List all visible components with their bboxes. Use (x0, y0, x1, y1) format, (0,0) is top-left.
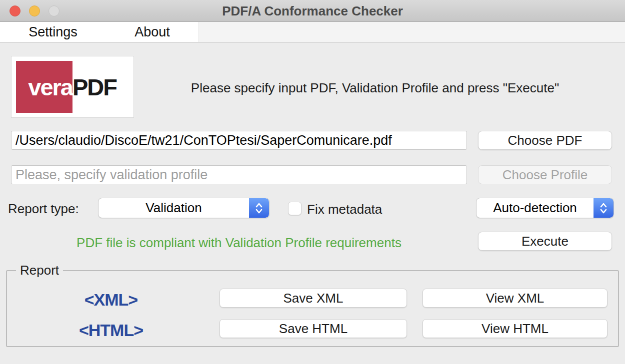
flavour-select[interactable]: Auto-detection (476, 198, 614, 218)
close-button[interactable] (10, 5, 20, 16)
minimize-button[interactable] (29, 5, 40, 16)
chevron-up-down-icon (249, 198, 269, 218)
flavour-value: Auto-detection (476, 198, 594, 218)
instruction-text: Please specify input PDF, Validation Pro… (135, 80, 615, 96)
view-xml-button[interactable]: View XML (422, 289, 608, 308)
save-xml-button[interactable]: Save XML (220, 289, 407, 308)
app-window: PDF/A Conformance Checker Settings About… (0, 0, 625, 364)
view-html-button[interactable]: View HTML (422, 319, 608, 338)
fix-metadata-label: Fix metadata (307, 202, 382, 217)
menu-about[interactable]: About (134, 24, 170, 40)
choose-pdf-button[interactable]: Choose PDF (478, 131, 612, 150)
choose-profile-button: Choose Profile (478, 165, 612, 184)
xml-format-label: <XML> (31, 290, 191, 310)
save-html-button[interactable]: Save HTML (220, 319, 407, 338)
chevron-up-down-icon (594, 198, 614, 218)
html-format-label: <HTML> (31, 321, 191, 340)
status-message: PDF file is compliant with Validation Pr… (11, 235, 467, 251)
menu-settings[interactable]: Settings (28, 24, 78, 40)
fix-metadata-checkbox[interactable] (288, 202, 302, 215)
menu-bar-items: Settings About (0, 22, 199, 42)
report-groupbox: Report <XML> Save XML View XML <HTML> Sa… (6, 270, 619, 347)
window-title: PDF/A Conformance Checker (0, 0, 625, 22)
zoom-button[interactable] (48, 5, 60, 16)
logo-text-vera: vera (28, 73, 72, 101)
report-type-label: Report type: (8, 201, 79, 217)
traffic-lights (10, 5, 60, 16)
verapdf-logo: vera PDF (11, 56, 134, 118)
title-bar: PDF/A Conformance Checker (0, 0, 625, 22)
report-type-value: Validation (98, 198, 249, 218)
logo-white-half: PDF (72, 61, 129, 113)
execute-button[interactable]: Execute (478, 232, 612, 251)
logo-red-half: vera (16, 61, 72, 113)
logo-text-pdf: PDF (72, 73, 116, 101)
pdf-path-input[interactable] (11, 131, 467, 150)
report-type-select[interactable]: Validation (98, 198, 270, 218)
menu-bar: Settings About (0, 22, 625, 42)
report-group-title: Report (16, 263, 63, 278)
validation-profile-input[interactable] (11, 165, 467, 184)
